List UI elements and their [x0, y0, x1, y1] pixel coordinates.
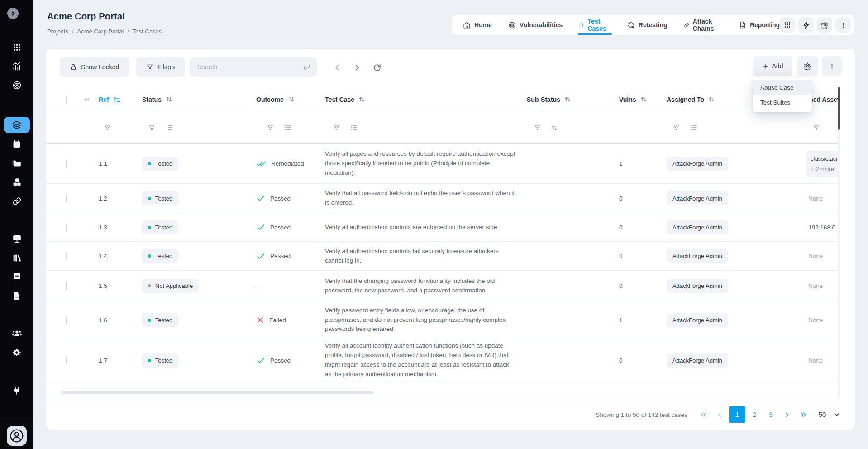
cell-outcome: Remediated	[256, 159, 325, 168]
sidebar-item-documents[interactable]	[0, 290, 33, 301]
filter-funnel-icon[interactable]	[267, 124, 274, 131]
filters-button[interactable]: Filters	[136, 57, 185, 77]
horizontal-scrollbar[interactable]	[61, 391, 374, 394]
tab-test-cases[interactable]: Test Cases	[579, 15, 611, 35]
row-checkbox[interactable]	[66, 224, 67, 231]
last-page-button[interactable]	[796, 407, 811, 422]
status-badge: Tested	[142, 353, 178, 368]
filter-funnel-icon[interactable]	[148, 124, 155, 131]
column-header-sub-status[interactable]: Sub-Status	[527, 96, 617, 103]
table-row[interactable]: 1.1 Tested Remediated Verify all pages a…	[46, 144, 839, 184]
show-locked-button[interactable]: Show Locked	[60, 57, 129, 77]
table-row[interactable]: 1.4 Tested Passed Verify all authenticat…	[46, 242, 839, 271]
assets-more-link[interactable]: + 2 more	[811, 166, 839, 172]
sidebar-item-settings[interactable]	[0, 346, 33, 359]
tab-reporting[interactable]: Reporting	[739, 15, 780, 35]
tab-home[interactable]: Home	[463, 15, 492, 35]
filter-funnel-icon[interactable]	[534, 124, 541, 131]
filter-funnel-icon[interactable]	[333, 124, 340, 131]
assets-badge[interactable]: classic.acm + 2 more	[806, 151, 839, 177]
sidebar-item-projects[interactable]	[0, 157, 33, 169]
sidebar-item-users[interactable]	[0, 327, 33, 339]
filter-funnel-icon[interactable]	[104, 124, 111, 131]
column-header-outcome[interactable]: Outcome	[256, 96, 325, 103]
cell-ref: 1.7	[99, 357, 142, 364]
cell-outcome: —	[256, 282, 325, 290]
breadcrumb-item-current: Test Cases	[133, 28, 162, 35]
sort-icon	[166, 96, 172, 103]
column-header-test-case[interactable]: Test Case	[325, 96, 527, 103]
filter-funnel-icon[interactable]	[813, 124, 820, 131]
sidebar-item-analytics[interactable]	[0, 60, 33, 72]
table-more-button[interactable]	[822, 56, 842, 76]
sidebar-expand-button[interactable]	[7, 8, 19, 19]
vertical-scrollbar-track[interactable]	[838, 87, 840, 399]
add-button[interactable]: Add	[753, 56, 792, 76]
menu-item-test-suites[interactable]: Test Suites	[753, 95, 812, 110]
sidebar-item-test-cases-active[interactable]	[4, 117, 30, 133]
refresh-button[interactable]	[371, 62, 383, 73]
sidebar-item-vulnerabilities[interactable]	[0, 79, 33, 91]
table-row[interactable]: 1.7 Tested Passed Verify all account ide…	[46, 339, 839, 382]
previous-page-button[interactable]	[713, 407, 727, 422]
cell-vulns: 1	[617, 317, 667, 324]
settings-button[interactable]	[817, 17, 832, 33]
vertical-scrollbar-thumb[interactable]	[838, 87, 840, 130]
list-filter-icon[interactable]	[350, 124, 358, 131]
row-checkbox[interactable]	[66, 195, 67, 202]
chevron-left-icon	[333, 63, 341, 72]
row-checkbox[interactable]	[66, 282, 67, 290]
sidebar-item-workstation[interactable]	[0, 233, 33, 244]
more-options-button[interactable]	[835, 17, 851, 33]
tab-vulnerabilities[interactable]: Vulnerabilities	[508, 15, 563, 35]
page-next-button[interactable]	[351, 62, 363, 73]
row-checkbox[interactable]	[66, 160, 67, 167]
row-checkbox[interactable]	[66, 252, 67, 260]
row-checkbox[interactable]	[66, 316, 67, 324]
sidebar-item-attack-chains[interactable]	[0, 195, 33, 207]
apps-grid-button[interactable]	[780, 17, 795, 33]
assigned-to-badge: AttackForge Admin	[667, 191, 728, 205]
table-row[interactable]: 1.3 Tested Passed Verify all authenticat…	[46, 213, 839, 242]
column-header-status[interactable]: Status	[142, 96, 256, 103]
column-header-vulns[interactable]: Vulns	[617, 96, 667, 103]
sidebar-item-knowledge-base[interactable]	[0, 271, 33, 282]
refresh-icon	[373, 63, 382, 72]
breadcrumb-item-project[interactable]: Acme Corp Portal	[77, 28, 124, 35]
page-size-selector[interactable]: 50	[819, 411, 840, 418]
cell-outcome: Passed	[256, 223, 325, 232]
filter-funnel-icon[interactable]	[673, 124, 680, 131]
page-button-3[interactable]: 3	[763, 407, 778, 422]
sort-icon	[708, 96, 715, 103]
sidebar-item-integrations[interactable]	[0, 384, 33, 397]
table-row[interactable]: 1.6 Tested Failed Verify password entry …	[46, 301, 839, 339]
row-checkbox[interactable]	[66, 357, 67, 364]
breadcrumb-item-projects[interactable]: Projects	[47, 28, 68, 35]
column-header-ref[interactable]: Ref	[99, 96, 142, 103]
sidebar-item-apps[interactable]	[0, 42, 33, 53]
page-previous-button[interactable]	[331, 62, 343, 73]
first-page-button[interactable]	[696, 407, 711, 422]
table-settings-button[interactable]	[797, 56, 818, 76]
quick-actions-button[interactable]	[798, 17, 814, 33]
list-filter-icon[interactable]	[284, 124, 291, 131]
sidebar-item-library[interactable]	[0, 252, 33, 263]
list-filter-icon[interactable]	[166, 124, 173, 131]
page-button-2[interactable]: 2	[747, 407, 762, 422]
tab-retesting[interactable]: Retesting	[627, 15, 668, 35]
expand-all-chevron-icon[interactable]	[83, 96, 91, 103]
sidebar-item-calendar[interactable]	[0, 138, 33, 150]
table-row[interactable]: 1.5 Not Applicable — Verify that the cha…	[46, 271, 839, 301]
list-filter-icon[interactable]	[690, 124, 697, 131]
avatar[interactable]	[7, 426, 27, 446]
page-button-1[interactable]: 1	[729, 406, 745, 423]
search-input[interactable]	[190, 63, 303, 71]
status-dot	[148, 319, 151, 322]
next-page-button[interactable]	[780, 407, 794, 422]
sort-updown-icon[interactable]	[551, 124, 558, 131]
sidebar-item-modules[interactable]	[0, 176, 33, 188]
menu-item-abuse-case[interactable]: Abuse Case	[753, 80, 812, 95]
select-all-checkbox[interactable]	[66, 95, 67, 104]
table-row[interactable]: 1.2 Tested Passed Verify that all passwo…	[46, 184, 839, 213]
tab-attack-chains[interactable]: Attack Chains	[684, 15, 723, 35]
